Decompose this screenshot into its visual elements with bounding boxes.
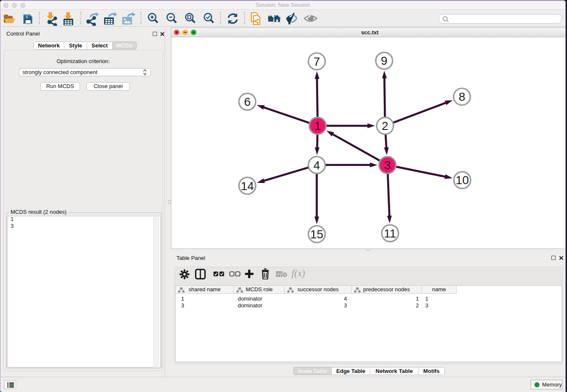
svg-text:6: 6	[244, 95, 251, 108]
svg-text:15: 15	[310, 228, 323, 241]
svg-text:14: 14	[241, 179, 254, 193]
svg-text:11: 11	[384, 227, 396, 240]
svg-text:8: 8	[459, 90, 465, 103]
svg-text:9: 9	[381, 54, 388, 67]
svg-text:10: 10	[456, 174, 469, 187]
svg-text:2: 2	[382, 119, 388, 133]
svg-text:3: 3	[384, 159, 391, 172]
svg-text:4: 4	[314, 159, 320, 172]
svg-text:7: 7	[314, 55, 320, 68]
svg-text:1: 1	[314, 119, 321, 133]
